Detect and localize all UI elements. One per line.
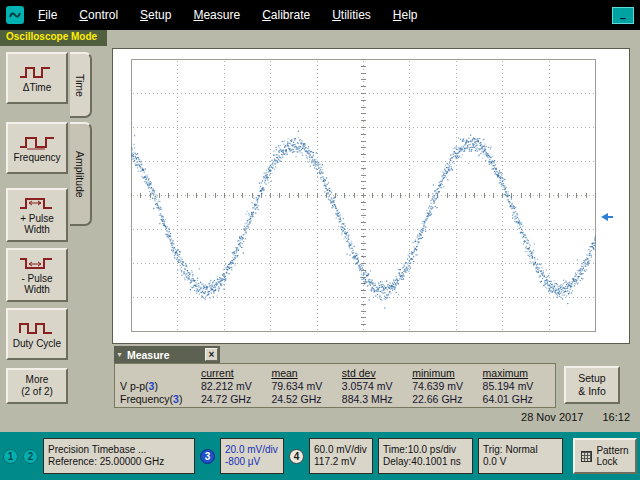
freq-minimum: 22.66 GHz: [412, 393, 482, 405]
plus-pulse-width-icon: [18, 195, 56, 211]
time-text: 16:12: [602, 411, 630, 423]
menu-help[interactable]: Help: [393, 8, 418, 22]
vpp-minimum: 74.639 mV: [412, 380, 482, 392]
trigger-level-marker[interactable]: [601, 213, 613, 221]
scope-logo-icon: [9, 9, 21, 21]
col-header-stddev: std dev: [342, 367, 412, 379]
menu-file[interactable]: File: [38, 8, 57, 22]
channel-3-scale-panel[interactable]: 20.0 mV/div -800 μV: [220, 438, 284, 474]
freq-maximum: 64.01 GHz: [483, 393, 553, 405]
vpp-mean: 79.634 mV: [271, 380, 341, 392]
frequency-button[interactable]: Frequency: [6, 122, 68, 174]
setup-info-line1: Setup: [566, 372, 618, 385]
horizontal-panel[interactable]: Time:10.0 ps/div Delay:40.1001 ns: [378, 438, 473, 474]
row-label-frequency: Frequency(3): [117, 393, 201, 405]
ch4-scale: 60.0 mV/div: [314, 444, 368, 456]
vpp-current: 82.212 mV: [201, 380, 271, 392]
timebase-line2: Reference: 25.00000 GHz: [48, 456, 190, 468]
menu-bar: File Control Setup Measure Calibrate Uti…: [0, 0, 640, 30]
trigger-level: 0.0 V: [483, 456, 558, 468]
freq-mean: 24.52 GHz: [271, 393, 341, 405]
plus-pulse-width-label: + Pulse Width: [10, 213, 64, 235]
channel-2-button[interactable]: 2: [23, 449, 38, 464]
delta-time-icon: [18, 64, 56, 80]
duty-cycle-button[interactable]: Duty Cycle: [6, 308, 68, 360]
ch3-offset: -800 μV: [225, 456, 279, 468]
oscilloscope-window: File Control Setup Measure Calibrate Uti…: [0, 0, 640, 480]
frequency-label: Frequency: [13, 152, 60, 163]
vpp-stddev: 3.0574 mV: [342, 380, 412, 392]
delta-time-button[interactable]: ΔTime: [6, 52, 68, 104]
pattern-lock-label: Pattern Lock: [596, 445, 628, 467]
menu-measure[interactable]: Measure: [193, 8, 240, 22]
more-label: More: [26, 374, 49, 386]
status-bar: 1 2 Precision Timebase ... Reference: 25…: [0, 432, 640, 480]
measure-panel-title: Measure: [127, 349, 201, 361]
channel-3-button[interactable]: 3: [200, 449, 215, 464]
ch4-offset: 117.2 mV: [314, 456, 368, 468]
minus-pulse-width-icon: [18, 255, 56, 271]
col-header-current: current: [201, 367, 271, 379]
col-header-mean: mean: [271, 367, 341, 379]
app-icon[interactable]: [6, 6, 24, 24]
tab-time[interactable]: Time: [70, 52, 92, 118]
freq-current: 24.72 GHz: [201, 393, 271, 405]
measure-results-table: current mean std dev minimum maximum V p…: [114, 363, 556, 408]
minus-pulse-width-button[interactable]: - Pulse Width: [6, 248, 68, 302]
measure-close-icon[interactable]: ×: [205, 348, 218, 361]
minus-pulse-width-label: - Pulse Width: [10, 273, 64, 295]
menu-control[interactable]: Control: [79, 8, 118, 22]
setup-info-line2: & Info: [566, 385, 618, 398]
more-button[interactable]: More (2 of 2): [6, 368, 68, 404]
col-header-maximum: maximum: [483, 367, 553, 379]
collapse-triangle-icon: ▼: [116, 351, 123, 358]
pattern-grid-icon: [581, 451, 592, 462]
duty-cycle-label: Duty Cycle: [13, 338, 61, 349]
menu-utilities[interactable]: Utilities: [332, 8, 371, 22]
plus-pulse-width-button[interactable]: + Pulse Width: [6, 188, 68, 242]
more-sub-label: (2 of 2): [21, 386, 53, 398]
trigger-panel[interactable]: Trig: Normal 0.0 V: [478, 438, 563, 474]
trigger-arrow-stem: [608, 216, 613, 218]
trigger-mode: Trig: Normal: [483, 444, 558, 456]
frequency-icon: [18, 134, 56, 150]
timebase-line1: Precision Timebase ...: [48, 444, 190, 456]
ch3-scale: 20.0 mV/div: [225, 444, 279, 456]
vpp-maximum: 85.194 mV: [483, 380, 553, 392]
datetime-display: 28 Nov 2017 16:12: [521, 411, 630, 423]
setup-info-button[interactable]: Setup & Info: [564, 366, 620, 404]
mode-label: Oscilloscope Mode: [0, 30, 107, 46]
waveform-canvas: [113, 49, 629, 343]
col-header-minimum: minimum: [412, 367, 482, 379]
row-label-vpp: V p-p(3): [117, 380, 201, 392]
measure-panel-header[interactable]: ▼ Measure ×: [114, 346, 220, 363]
time-per-div: Time:10.0 ps/div: [383, 444, 468, 456]
channel-4-button[interactable]: 4: [289, 449, 304, 464]
precision-timebase-panel[interactable]: Precision Timebase ... Reference: 25.000…: [43, 438, 195, 474]
freq-stddev: 884.3 MHz: [342, 393, 412, 405]
minimize-button[interactable]: –: [612, 7, 634, 24]
channel-4-scale-panel[interactable]: 60.0 mV/div 117.2 mV: [309, 438, 373, 474]
tab-amplitude[interactable]: Amplitude: [70, 122, 92, 226]
scope-display: [112, 48, 630, 344]
menu-setup[interactable]: Setup: [140, 8, 171, 22]
delay-value: Delay:40.1001 ns: [383, 456, 468, 468]
trigger-arrow-icon: [601, 213, 608, 221]
pattern-lock-button[interactable]: Pattern Lock: [573, 438, 637, 474]
delta-time-label: ΔTime: [23, 82, 52, 93]
duty-cycle-icon: [18, 320, 56, 336]
menu-calibrate[interactable]: Calibrate: [262, 8, 310, 22]
channel-1-button[interactable]: 1: [3, 449, 18, 464]
date-text: 28 Nov 2017: [521, 411, 583, 423]
